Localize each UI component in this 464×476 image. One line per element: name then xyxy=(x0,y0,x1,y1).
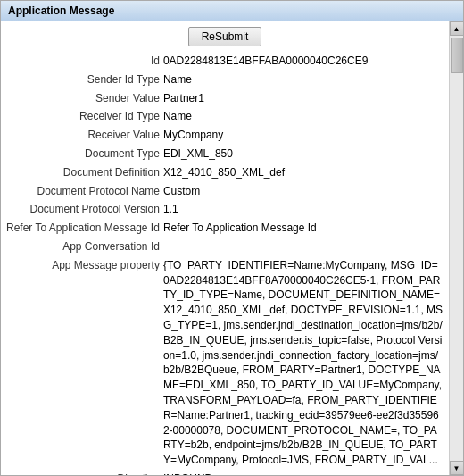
field-label: App Conversation Id xyxy=(4,238,162,256)
table-row: Sender Id TypeName xyxy=(4,71,445,89)
table-row: Document TypeEDI_XML_850 xyxy=(4,145,445,163)
table-row: App Message property{TO_PARTY_IDENTIFIER… xyxy=(4,256,445,470)
field-label: Refer To Application Message Id xyxy=(4,219,162,238)
table-row: Id0AD2284813E14BFFABA0000040C26CE9 xyxy=(4,52,445,71)
field-value xyxy=(162,238,445,256)
field-value: 1.1 xyxy=(162,200,445,219)
table-row: Receiver ValueMyCompany xyxy=(4,126,445,145)
table-row: App Conversation Id xyxy=(4,238,445,256)
field-value: MyCompany xyxy=(162,126,445,145)
scroll-up-button[interactable]: ▲ xyxy=(450,21,464,36)
field-label: Sender Value xyxy=(4,89,162,108)
field-value: Name xyxy=(162,107,445,126)
table-row: Document DefinitionX12_4010_850_XML_def xyxy=(4,163,445,182)
field-label: Document Protocol Name xyxy=(4,182,162,201)
resubmit-button[interactable]: ReSubmit xyxy=(188,27,262,46)
field-label: Direction xyxy=(4,470,162,475)
field-label: Receiver Value xyxy=(4,126,162,145)
resubmit-row: ReSubmit xyxy=(4,27,445,46)
field-label: Document Type xyxy=(4,145,162,163)
scroll-down-button[interactable]: ▼ xyxy=(450,461,464,475)
field-label: Id xyxy=(4,52,162,71)
field-value: Custom xyxy=(162,182,445,201)
field-label: Document Protocol Version xyxy=(4,200,162,219)
field-value: X12_4010_850_XML_def xyxy=(162,163,445,182)
table-row: Refer To Application Message IdRefer To … xyxy=(4,219,445,238)
main-content: ReSubmit Id0AD2284813E14BFFABA0000040C26… xyxy=(1,21,449,475)
window-title: Application Message xyxy=(1,1,463,21)
scroll-thumb[interactable] xyxy=(451,38,463,73)
field-value: Partner1 xyxy=(162,89,445,108)
field-label: Document Definition xyxy=(4,163,162,182)
field-value: {TO_PARTY_IDENTIFIER=Name:MyCompany, MSG… xyxy=(162,256,445,470)
field-value: INBOUND xyxy=(162,470,445,475)
scrollbar: ▲ ▼ xyxy=(449,21,463,475)
content-area: ReSubmit Id0AD2284813E14BFFABA0000040C26… xyxy=(1,21,463,475)
application-message-window: Application Message ReSubmit Id0AD228481… xyxy=(0,0,464,476)
table-row: DirectionINBOUND xyxy=(4,470,445,475)
scroll-track xyxy=(450,36,463,461)
field-label: App Message property xyxy=(4,256,162,470)
table-row: Document Protocol Version1.1 xyxy=(4,200,445,219)
fields-table: Id0AD2284813E14BFFABA0000040C26CE9Sender… xyxy=(4,52,445,475)
table-row: Sender ValuePartner1 xyxy=(4,89,445,108)
field-value: Name xyxy=(162,71,445,89)
field-value: Refer To Application Message Id xyxy=(162,219,445,238)
field-value: 0AD2284813E14BFFABA0000040C26CE9 xyxy=(162,52,445,71)
field-label: Receiver Id Type xyxy=(4,107,162,126)
table-row: Document Protocol NameCustom xyxy=(4,182,445,201)
field-label: Sender Id Type xyxy=(4,71,162,89)
field-value: EDI_XML_850 xyxy=(162,145,445,163)
table-row: Receiver Id TypeName xyxy=(4,107,445,126)
